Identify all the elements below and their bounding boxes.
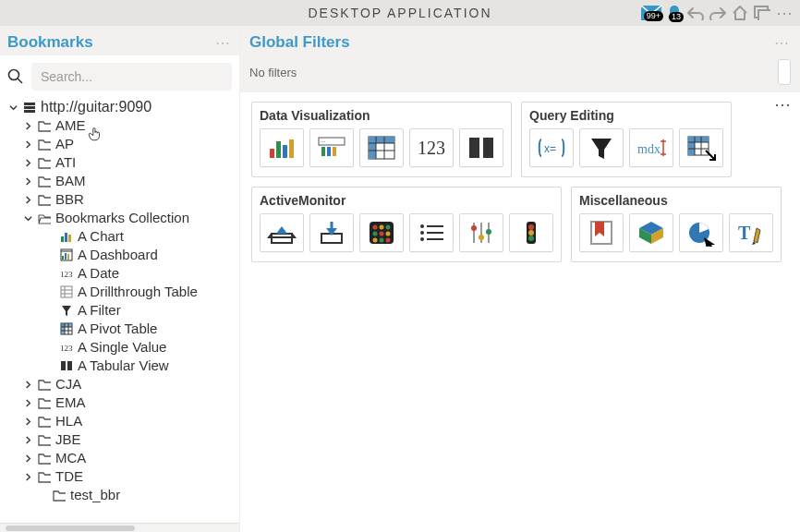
- tile-drill[interactable]: [679, 128, 723, 167]
- folder-icon: [37, 452, 52, 465]
- folder-icon: [37, 138, 52, 151]
- sidebar-title: Bookmarks: [7, 33, 93, 52]
- tile-import[interactable]: [260, 213, 304, 252]
- tree-folder-ati[interactable]: ATI: [0, 153, 234, 172]
- tree-folder-bbr[interactable]: BBR: [0, 190, 234, 209]
- chevron-icon[interactable]: [22, 417, 33, 426]
- tree-item[interactable]: A Chart: [0, 227, 234, 246]
- search-icon[interactable]: [7, 68, 24, 85]
- tree-label: A Tabular View: [78, 357, 169, 375]
- tree-item[interactable]: A Dashboard: [0, 246, 234, 264]
- folder-icon: [37, 396, 52, 409]
- folder-icon: [37, 119, 52, 132]
- tile-sliders[interactable]: [459, 213, 503, 252]
- tile-featured[interactable]: [309, 128, 354, 167]
- chevron-icon[interactable]: [22, 140, 33, 149]
- tile-traffic[interactable]: [509, 213, 553, 252]
- more-icon[interactable]: ⋯: [776, 3, 794, 23]
- palette-group: ActiveMonitor: [251, 187, 562, 262]
- tree-folder-tde[interactable]: TDE: [0, 467, 234, 486]
- tree-folder-bookmarks-collection[interactable]: Bookmarks Collection: [0, 209, 234, 227]
- chevron-icon[interactable]: [22, 214, 33, 223]
- tree-label: BBR: [55, 190, 84, 209]
- svg-rect-3: [758, 10, 770, 20]
- dashboard-icon: [59, 248, 74, 261]
- bell-icon[interactable]: 13: [667, 5, 682, 21]
- chevron-icon[interactable]: [22, 399, 33, 407]
- tree-folder-hla[interactable]: HLA: [0, 412, 234, 430]
- tile-status[interactable]: [359, 213, 404, 252]
- number-icon: [59, 341, 74, 354]
- pivot-icon: [59, 322, 74, 335]
- sidebar-menu-icon[interactable]: ⋯: [215, 34, 232, 52]
- tile-export[interactable]: [309, 213, 354, 252]
- tree-label: A Date: [78, 264, 119, 283]
- tree-item[interactable]: A Filter: [0, 301, 234, 320]
- tree-item[interactable]: A Single Value: [0, 338, 234, 357]
- tree-folder-jbe[interactable]: JBE: [0, 430, 234, 449]
- titlebar-actions: 99+ 13 ⋯: [641, 3, 794, 23]
- chevron-icon[interactable]: [7, 103, 18, 112]
- chevron-icon[interactable]: [22, 454, 33, 463]
- tree-item[interactable]: A Tabular View: [0, 357, 234, 375]
- tree-folder-ema[interactable]: EMA: [0, 393, 234, 412]
- home-icon[interactable]: [732, 6, 748, 20]
- chevron-icon[interactable]: [22, 473, 33, 481]
- folder-icon: [37, 415, 52, 428]
- chevron-icon[interactable]: [22, 381, 33, 389]
- tile-list[interactable]: [409, 213, 454, 252]
- filters-title: Global Filters: [249, 33, 350, 52]
- mail-badge: 99+: [644, 11, 663, 21]
- folder-icon: [37, 175, 52, 187]
- tree-folder-ap[interactable]: AP: [0, 135, 234, 153]
- tile-cube[interactable]: [629, 213, 673, 252]
- tile-richtext[interactable]: [729, 213, 773, 252]
- tree-item[interactable]: A Drillthrough Table: [0, 283, 234, 301]
- undo-icon[interactable]: [687, 6, 704, 20]
- tree-folder-mca[interactable]: MCA: [0, 449, 234, 467]
- tree-folder-cja[interactable]: CJA: [0, 375, 234, 393]
- tree-root[interactable]: http://guitar:9090: [0, 98, 234, 116]
- widget-canvas[interactable]: ⋯ Data Visualization Query Editing Activ…: [240, 92, 800, 532]
- tree-item[interactable]: A Pivot Table: [0, 320, 234, 338]
- tree-folder-bam[interactable]: BAM: [0, 172, 234, 190]
- tree-item[interactable]: A Date: [0, 264, 234, 283]
- tile-tabular[interactable]: [459, 128, 503, 167]
- tile-mdx[interactable]: [629, 128, 673, 167]
- tree-folder-ame[interactable]: AME: [0, 116, 234, 135]
- palette-group: Query Editing: [521, 102, 732, 177]
- bookmark-tree[interactable]: http://guitar:9090 AME AP ATI BAM BBR Bo…: [0, 98, 234, 523]
- tree-label: BAM: [55, 172, 86, 190]
- tile-bookmark[interactable]: [579, 213, 624, 252]
- tile-formula[interactable]: [529, 128, 574, 167]
- filters-body: No filters: [240, 55, 800, 92]
- chevron-icon[interactable]: [22, 122, 33, 130]
- folder-icon: [37, 470, 52, 483]
- filters-slot[interactable]: [778, 59, 791, 85]
- window-icon[interactable]: [754, 6, 770, 20]
- chevron-icon[interactable]: [22, 177, 33, 186]
- tree-label: test_bbr: [70, 486, 120, 504]
- chevron-icon[interactable]: [22, 196, 33, 204]
- palette-group: Data Visualization: [251, 102, 512, 177]
- tile-filter[interactable]: [579, 128, 624, 167]
- number-icon: [59, 267, 74, 280]
- mail-icon[interactable]: 99+: [641, 6, 661, 20]
- chevron-icon[interactable]: [22, 436, 33, 444]
- sidebar-hscroll[interactable]: [0, 523, 239, 532]
- tile-number[interactable]: [409, 128, 454, 167]
- search-input[interactable]: [31, 63, 232, 91]
- tree-folder-test-bbr[interactable]: test_bbr: [0, 486, 234, 504]
- filters-menu-icon[interactable]: ⋯: [774, 34, 791, 52]
- canvas-menu-icon[interactable]: ⋯: [774, 94, 793, 115]
- folder-icon: [37, 156, 52, 169]
- tile-pivot[interactable]: [359, 128, 404, 167]
- filter-icon: [59, 304, 74, 317]
- chart-icon: [59, 230, 74, 243]
- tile-barchart[interactable]: [260, 128, 304, 167]
- chevron-icon[interactable]: [22, 159, 33, 167]
- palette-group-title: Miscellaneous: [579, 193, 773, 208]
- redo-icon[interactable]: [709, 6, 726, 20]
- tree-label: Bookmarks Collection: [55, 209, 189, 227]
- tile-pieclick[interactable]: [679, 213, 723, 252]
